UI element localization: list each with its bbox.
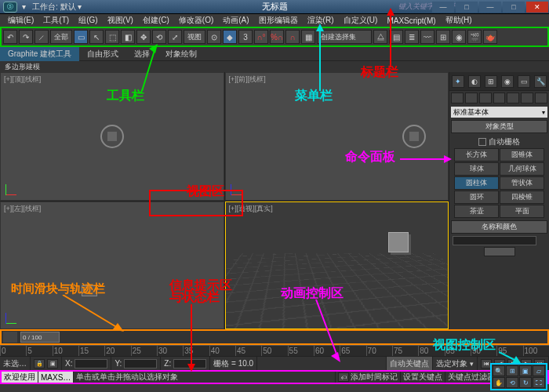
viewcube-icon[interactable]	[402, 125, 426, 148]
mat-ed-button[interactable]: ◉	[452, 30, 466, 44]
prim-tube[interactable]: 管状体	[500, 176, 544, 190]
color-swatch[interactable]	[484, 247, 515, 256]
rotate-button[interactable]: ⟲	[152, 30, 166, 44]
light-icon[interactable]	[479, 93, 492, 103]
menu-tools[interactable]: 工具(T)	[38, 15, 74, 26]
minimize-button[interactable]: —	[479, 2, 501, 13]
viewport-top-label[interactable]: [+][顶][线框]	[4, 74, 41, 85]
named-sel-button[interactable]: ▦	[301, 30, 315, 44]
menu-view[interactable]: 视图(V)	[103, 15, 138, 26]
prim-geosphere[interactable]: 几何球体	[500, 162, 544, 176]
time-slider[interactable]: 0 / 100	[20, 332, 60, 343]
viewport-left[interactable]: [+][左][线框]	[0, 201, 224, 330]
menu-create[interactable]: 创建(C)	[138, 15, 174, 26]
autokey-button[interactable]: 自动关键点	[390, 358, 429, 369]
render-setup-button[interactable]: 🎬	[467, 30, 482, 44]
autogrid-checkbox[interactable]: 自动栅格	[453, 136, 546, 148]
menu-render[interactable]: 渲染(R)	[303, 15, 339, 26]
system-icon[interactable]	[535, 93, 547, 103]
pan-button[interactable]: ✋	[493, 377, 505, 388]
selobj-dropdown[interactable]: 选定对象	[436, 358, 467, 369]
viewport-perspective[interactable]: [+][透视][真实]	[225, 201, 449, 330]
timeline-ruler[interactable]: 0510152025303540455055606570758085909510…	[0, 345, 549, 356]
prim-plane[interactable]: 平面	[500, 205, 544, 218]
prim-category-dropdown[interactable]: 标准基本体	[451, 107, 547, 118]
layer-button[interactable]: ≣	[405, 30, 419, 44]
tab-modify-icon[interactable]: ◐	[468, 75, 481, 88]
setkey-button[interactable]: 设置关键点	[403, 372, 442, 383]
tab-display-icon[interactable]: ▭	[518, 75, 530, 88]
prim-pyramid[interactable]: 四棱锥	[500, 191, 544, 204]
rollout-objtype[interactable]: 对象类型	[451, 120, 547, 133]
maxscript-label[interactable]: MAXS…	[41, 373, 71, 382]
named-sel-dropdown[interactable]: 创建选择集	[317, 30, 372, 44]
ref-coord-dropdown[interactable]: 视图	[184, 30, 205, 44]
move-button[interactable]: ✥	[136, 30, 151, 44]
app-maximize-button[interactable]: □	[456, 2, 478, 13]
viewcube-icon[interactable]	[100, 125, 124, 148]
time-slider-bar[interactable]: 0 / 100	[0, 329, 549, 345]
helper-icon[interactable]	[507, 93, 519, 103]
zoom-all-button[interactable]: ⊞	[506, 365, 518, 376]
viewport-front-label[interactable]: [+][前][线框]	[229, 74, 266, 85]
maximize-button[interactable]: □	[503, 2, 525, 13]
curve-ed-button[interactable]: 〰	[420, 30, 434, 44]
render-button[interactable]: 🫖	[483, 30, 497, 44]
ribbon-tab-graphite[interactable]: Graphite 建模工具	[0, 47, 79, 61]
camera-icon[interactable]	[493, 93, 506, 103]
space-icon[interactable]	[521, 93, 533, 103]
max-toggle-button[interactable]: ⛶	[533, 377, 545, 388]
y-input[interactable]	[124, 359, 157, 368]
obj-name-input[interactable]	[453, 236, 536, 245]
tag-icon[interactable]: 🏷	[338, 372, 349, 382]
viewport-top[interactable]: [+][顶][线框]	[0, 72, 224, 201]
angle-snap-button[interactable]: ∩°	[254, 30, 268, 44]
zoom-ext-button[interactable]: ▣	[519, 365, 532, 376]
min-icon[interactable]: ▾	[20, 2, 27, 11]
pivot-button[interactable]: ⊙	[207, 30, 221, 44]
scale-button[interactable]: ⤢	[168, 30, 182, 44]
close-button[interactable]: ✕	[526, 2, 548, 13]
menu-modifier[interactable]: 修改器(O)	[174, 15, 218, 26]
spinner-snap-button[interactable]: ∩	[285, 30, 300, 44]
add-time-tag[interactable]: 添加时间标记	[351, 372, 398, 383]
iso-icon[interactable]: ▣	[47, 359, 58, 368]
snap-toggle[interactable]: 3	[238, 30, 253, 44]
prim-sphere[interactable]: 球体	[454, 162, 499, 176]
prim-cylinder[interactable]: 圆柱体	[454, 176, 499, 190]
ribbon-sub[interactable]: 多边形建模	[0, 61, 549, 72]
prim-teapot[interactable]: 茶壶	[454, 205, 499, 218]
prim-box[interactable]: 长方体	[454, 148, 499, 162]
tab-util-icon[interactable]: 🔧	[534, 75, 547, 88]
tab-create-icon[interactable]: ✦	[452, 75, 464, 88]
ribbon-tab-freeform[interactable]: 自由形式	[79, 47, 126, 61]
menu-edit[interactable]: 编辑(E)	[3, 15, 38, 26]
select-button[interactable]: ▭	[74, 30, 88, 44]
tab-motion-icon[interactable]: ◉	[501, 75, 514, 88]
rollout-namecolor[interactable]: 名称和颜色	[451, 220, 547, 234]
orbit-button[interactable]: ⟲	[506, 377, 518, 388]
link-button[interactable]: ⟋	[35, 30, 49, 44]
x-input[interactable]	[75, 359, 107, 368]
menu-help[interactable]: 帮助(H)	[441, 15, 477, 26]
menu-group[interactable]: 组(G)	[74, 15, 102, 26]
menu-anim[interactable]: 动画(A)	[218, 15, 253, 26]
ribbon-tab-paint[interactable]: 对象绘制	[158, 47, 205, 61]
menu-graph[interactable]: 图形编辑器	[254, 15, 303, 26]
z-input[interactable]	[173, 359, 206, 368]
viewport-left-label[interactable]: [+][左][线框]	[4, 204, 41, 214]
lock-icon[interactable]: 🔒	[34, 359, 45, 368]
workspace-label[interactable]: 工作台: 默认	[32, 2, 76, 13]
schematic-button[interactable]: ⊞	[436, 30, 450, 44]
mirror-button[interactable]: ⧋	[373, 30, 387, 44]
app-minimize-button[interactable]: —	[432, 2, 454, 13]
geom-icon[interactable]	[451, 93, 464, 103]
menu-maxscript[interactable]: MAXScript(M)	[382, 16, 440, 25]
viewport-front[interactable]: [+][前][线框]	[225, 72, 449, 201]
track-toggle-icon[interactable]	[3, 332, 17, 343]
prim-cone[interactable]: 圆锥体	[500, 148, 544, 162]
roll-button[interactable]: ↻	[519, 377, 532, 388]
pct-snap-button[interactable]: %∩	[270, 30, 284, 44]
select-obj-button[interactable]: ↖	[89, 30, 104, 44]
prim-torus[interactable]: 圆环	[454, 191, 499, 204]
